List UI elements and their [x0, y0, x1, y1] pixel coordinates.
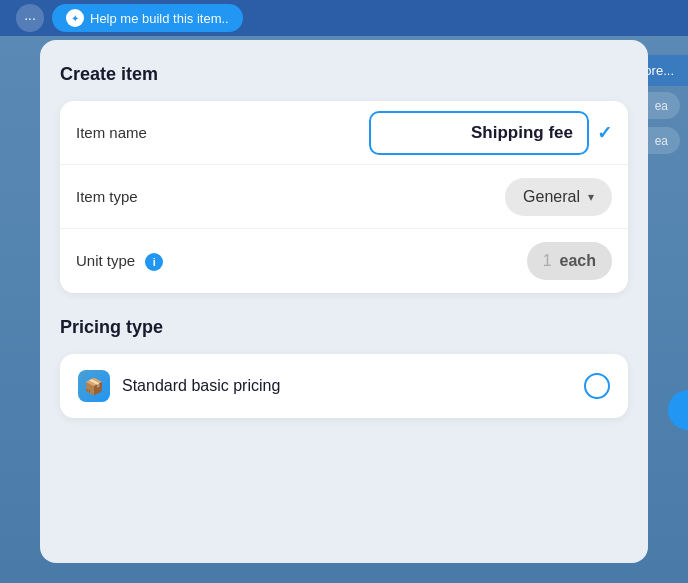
- bg-row2-unit: ea: [655, 134, 668, 148]
- dropdown-arrow-icon: ▾: [588, 190, 594, 204]
- ai-build-button[interactable]: Help me build this item..: [52, 4, 243, 32]
- pricing-radio-button[interactable]: [584, 373, 610, 399]
- ai-button-label: Help me build this item..: [90, 11, 229, 26]
- unit-num: 1: [543, 252, 552, 270]
- create-item-form-card: Item name ✓ Item type General ▾ Unit typ…: [60, 101, 628, 293]
- create-item-title: Create item: [60, 64, 628, 85]
- unit-type-input-container: 1 each: [216, 242, 612, 280]
- unit-text: each: [560, 252, 608, 270]
- pricing-type-title: Pricing type: [60, 317, 628, 338]
- bg-row1-unit: ea: [655, 99, 668, 113]
- item-name-label: Item name: [76, 124, 216, 141]
- item-type-input-container: General ▾: [216, 178, 612, 216]
- ai-icon: [66, 9, 84, 27]
- pricing-option-row[interactable]: 📦 Standard basic pricing: [60, 354, 628, 418]
- unit-type-info-icon[interactable]: i: [145, 253, 163, 271]
- item-type-label: Item type: [76, 188, 216, 205]
- pricing-type-card: 📦 Standard basic pricing: [60, 354, 628, 418]
- unit-type-label: Unit type i: [76, 252, 216, 271]
- item-type-value: General: [523, 188, 580, 206]
- item-type-row: Item type General ▾: [60, 165, 628, 229]
- unit-type-pill[interactable]: 1 each: [527, 242, 612, 280]
- item-type-dropdown[interactable]: General ▾: [505, 178, 612, 216]
- top-bar: ··· Help me build this item..: [0, 0, 688, 36]
- pricing-option-label: Standard basic pricing: [122, 377, 572, 395]
- unit-type-row: Unit type i 1 each: [60, 229, 628, 293]
- check-icon: ✓: [597, 122, 612, 144]
- item-name-input-container: ✓: [216, 111, 612, 155]
- item-name-row: Item name ✓: [60, 101, 628, 165]
- main-panel: Create item Item name ✓ Item type Genera…: [40, 40, 648, 563]
- pricing-icon: 📦: [78, 370, 110, 402]
- dots-menu-button[interactable]: ···: [16, 4, 44, 32]
- item-name-input[interactable]: [369, 111, 589, 155]
